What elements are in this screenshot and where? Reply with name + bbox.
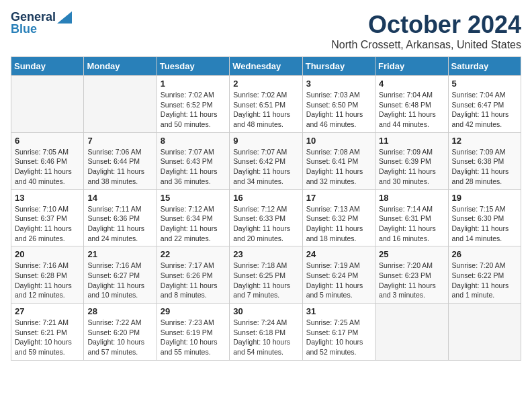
header-wednesday: Wednesday	[230, 57, 302, 76]
header-thursday: Thursday	[302, 57, 375, 76]
day-info: Sunrise: 7:09 AM Sunset: 6:38 PM Dayligh…	[452, 147, 517, 187]
calendar-cell	[375, 304, 448, 361]
location-subtitle: North Crossett, Arkansas, United States	[331, 39, 521, 51]
day-info: Sunrise: 7:13 AM Sunset: 6:32 PM Dayligh…	[306, 204, 371, 244]
calendar-cell: 3Sunrise: 7:03 AM Sunset: 6:50 PM Daylig…	[302, 76, 375, 133]
calendar-cell: 28Sunrise: 7:22 AM Sunset: 6:20 PM Dayli…	[84, 304, 157, 361]
day-number: 31	[306, 306, 371, 316]
day-info: Sunrise: 7:04 AM Sunset: 6:48 PM Dayligh…	[379, 90, 444, 130]
day-info: Sunrise: 7:02 AM Sunset: 6:52 PM Dayligh…	[161, 90, 226, 130]
day-number: 3	[306, 79, 371, 89]
day-number: 22	[161, 249, 226, 259]
day-info: Sunrise: 7:17 AM Sunset: 6:26 PM Dayligh…	[161, 261, 226, 300]
day-info: Sunrise: 7:20 AM Sunset: 6:22 PM Dayligh…	[452, 261, 517, 300]
day-info: Sunrise: 7:15 AM Sunset: 6:30 PM Dayligh…	[452, 204, 517, 244]
calendar-cell: 11Sunrise: 7:09 AM Sunset: 6:39 PM Dayli…	[375, 132, 448, 189]
calendar-cell: 14Sunrise: 7:11 AM Sunset: 6:36 PM Dayli…	[84, 189, 157, 246]
calendar-cell: 2Sunrise: 7:02 AM Sunset: 6:51 PM Daylig…	[230, 76, 302, 133]
calendar-cell: 17Sunrise: 7:13 AM Sunset: 6:32 PM Dayli…	[302, 189, 375, 246]
calendar-cell: 24Sunrise: 7:19 AM Sunset: 6:24 PM Dayli…	[302, 246, 375, 304]
page-header: General Blue October 2024 North Crossett…	[11, 11, 521, 51]
day-info: Sunrise: 7:06 AM Sunset: 6:44 PM Dayligh…	[87, 147, 152, 187]
title-block: October 2024 North Crossett, Arkansas, U…	[331, 11, 521, 51]
day-info: Sunrise: 7:08 AM Sunset: 6:41 PM Dayligh…	[306, 147, 371, 187]
day-number: 25	[379, 249, 444, 259]
calendar-cell: 25Sunrise: 7:20 AM Sunset: 6:23 PM Dayli…	[375, 246, 448, 304]
calendar-cell: 30Sunrise: 7:24 AM Sunset: 6:18 PM Dayli…	[230, 304, 302, 361]
day-info: Sunrise: 7:19 AM Sunset: 6:24 PM Dayligh…	[306, 261, 371, 300]
calendar-week-2: 6Sunrise: 7:05 AM Sunset: 6:46 PM Daylig…	[11, 132, 521, 189]
header-monday: Monday	[84, 57, 157, 76]
calendar-cell: 27Sunrise: 7:21 AM Sunset: 6:21 PM Dayli…	[11, 304, 84, 361]
day-number: 23	[233, 249, 298, 259]
calendar-cell: 16Sunrise: 7:12 AM Sunset: 6:33 PM Dayli…	[230, 189, 302, 246]
header-sunday: Sunday	[11, 57, 84, 76]
calendar-cell	[84, 76, 157, 133]
header-friday: Friday	[375, 57, 448, 76]
day-number: 14	[87, 193, 152, 203]
day-info: Sunrise: 7:04 AM Sunset: 6:47 PM Dayligh…	[452, 90, 517, 130]
header-saturday: Saturday	[448, 57, 521, 76]
day-number: 7	[87, 136, 152, 146]
month-title: October 2024	[331, 11, 521, 39]
day-number: 17	[306, 193, 371, 203]
day-number: 26	[452, 249, 517, 259]
day-number: 28	[87, 306, 152, 316]
day-number: 4	[379, 79, 444, 89]
logo-blue: Blue	[11, 23, 37, 36]
calendar-cell: 5Sunrise: 7:04 AM Sunset: 6:47 PM Daylig…	[448, 76, 521, 133]
calendar-cell: 13Sunrise: 7:10 AM Sunset: 6:37 PM Dayli…	[11, 189, 84, 246]
calendar-cell	[11, 76, 84, 133]
day-info: Sunrise: 7:02 AM Sunset: 6:51 PM Dayligh…	[233, 90, 298, 130]
day-info: Sunrise: 7:07 AM Sunset: 6:42 PM Dayligh…	[233, 147, 298, 187]
day-info: Sunrise: 7:22 AM Sunset: 6:20 PM Dayligh…	[87, 318, 152, 357]
day-info: Sunrise: 7:05 AM Sunset: 6:46 PM Dayligh…	[15, 147, 80, 187]
day-number: 8	[161, 136, 226, 146]
calendar-cell: 10Sunrise: 7:08 AM Sunset: 6:41 PM Dayli…	[302, 132, 375, 189]
day-info: Sunrise: 7:16 AM Sunset: 6:27 PM Dayligh…	[87, 261, 152, 300]
calendar-week-5: 27Sunrise: 7:21 AM Sunset: 6:21 PM Dayli…	[11, 304, 521, 361]
day-number: 2	[233, 79, 298, 89]
day-number: 9	[233, 136, 298, 146]
calendar-week-3: 13Sunrise: 7:10 AM Sunset: 6:37 PM Dayli…	[11, 189, 521, 246]
day-info: Sunrise: 7:16 AM Sunset: 6:28 PM Dayligh…	[15, 261, 80, 300]
day-number: 29	[161, 306, 226, 316]
day-info: Sunrise: 7:20 AM Sunset: 6:23 PM Dayligh…	[379, 261, 444, 300]
day-number: 1	[161, 79, 226, 89]
day-number: 19	[452, 193, 517, 203]
logo-icon	[57, 11, 72, 24]
calendar-cell: 15Sunrise: 7:12 AM Sunset: 6:34 PM Dayli…	[157, 189, 229, 246]
day-number: 21	[87, 249, 152, 259]
calendar-week-4: 20Sunrise: 7:16 AM Sunset: 6:28 PM Dayli…	[11, 246, 521, 304]
day-info: Sunrise: 7:12 AM Sunset: 6:34 PM Dayligh…	[161, 204, 226, 244]
day-info: Sunrise: 7:07 AM Sunset: 6:43 PM Dayligh…	[161, 147, 226, 187]
day-info: Sunrise: 7:12 AM Sunset: 6:33 PM Dayligh…	[233, 204, 298, 244]
day-number: 15	[161, 193, 226, 203]
day-number: 27	[15, 306, 80, 316]
calendar-cell: 9Sunrise: 7:07 AM Sunset: 6:42 PM Daylig…	[230, 132, 302, 189]
day-info: Sunrise: 7:09 AM Sunset: 6:39 PM Dayligh…	[379, 147, 444, 187]
calendar-cell: 19Sunrise: 7:15 AM Sunset: 6:30 PM Dayli…	[448, 189, 521, 246]
day-info: Sunrise: 7:03 AM Sunset: 6:50 PM Dayligh…	[306, 90, 371, 130]
day-info: Sunrise: 7:21 AM Sunset: 6:21 PM Dayligh…	[15, 318, 80, 357]
calendar-cell: 18Sunrise: 7:14 AM Sunset: 6:31 PM Dayli…	[375, 189, 448, 246]
day-number: 16	[233, 193, 298, 203]
day-number: 11	[379, 136, 444, 146]
calendar-cell: 20Sunrise: 7:16 AM Sunset: 6:28 PM Dayli…	[11, 246, 84, 304]
day-info: Sunrise: 7:18 AM Sunset: 6:25 PM Dayligh…	[233, 261, 298, 300]
calendar-cell: 22Sunrise: 7:17 AM Sunset: 6:26 PM Dayli…	[157, 246, 229, 304]
calendar-cell: 31Sunrise: 7:25 AM Sunset: 6:17 PM Dayli…	[302, 304, 375, 361]
calendar-cell: 23Sunrise: 7:18 AM Sunset: 6:25 PM Dayli…	[230, 246, 302, 304]
day-info: Sunrise: 7:25 AM Sunset: 6:17 PM Dayligh…	[306, 318, 371, 357]
day-number: 12	[452, 136, 517, 146]
day-info: Sunrise: 7:23 AM Sunset: 6:19 PM Dayligh…	[161, 318, 226, 357]
calendar-cell: 29Sunrise: 7:23 AM Sunset: 6:19 PM Dayli…	[157, 304, 229, 361]
calendar-cell: 21Sunrise: 7:16 AM Sunset: 6:27 PM Dayli…	[84, 246, 157, 304]
calendar-cell: 8Sunrise: 7:07 AM Sunset: 6:43 PM Daylig…	[157, 132, 229, 189]
day-info: Sunrise: 7:10 AM Sunset: 6:37 PM Dayligh…	[15, 204, 80, 244]
svg-marker-0	[57, 11, 72, 24]
calendar-cell: 12Sunrise: 7:09 AM Sunset: 6:38 PM Dayli…	[448, 132, 521, 189]
day-number: 18	[379, 193, 444, 203]
calendar-table: SundayMondayTuesdayWednesdayThursdayFrid…	[11, 56, 521, 361]
calendar-cell: 26Sunrise: 7:20 AM Sunset: 6:22 PM Dayli…	[448, 246, 521, 304]
